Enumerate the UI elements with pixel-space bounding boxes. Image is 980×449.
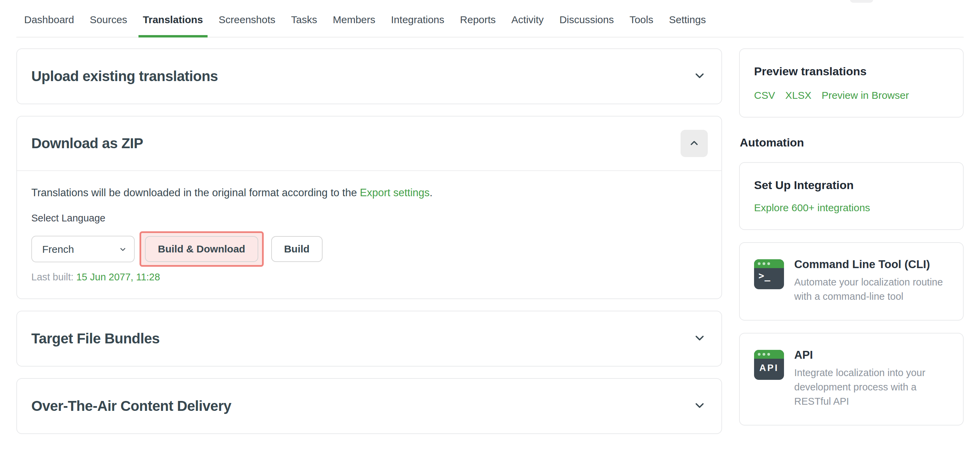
api-description: Integrate localization into your develop… <box>794 366 949 409</box>
download-description-period: . <box>430 187 433 199</box>
terminal-prompt-glyph: >_ <box>759 270 771 281</box>
api-window-icon: API <box>754 350 784 380</box>
api-icon-label: API <box>754 363 784 373</box>
nav-item-members[interactable]: Members <box>328 3 380 37</box>
preview-in-browser-link[interactable]: Preview in Browser <box>821 89 909 101</box>
cli-promo-text: Command Line Tool (CLI) Automate your lo… <box>794 258 949 304</box>
preview-translations-card: Preview translations CSV XLSX Preview in… <box>739 48 964 118</box>
api-promo-card[interactable]: API API Integrate localization into your… <box>739 333 964 425</box>
upload-translations-card-header[interactable]: Upload existing translations <box>16 48 722 104</box>
build-button[interactable]: Build <box>271 236 323 262</box>
terminal-icon: >_ <box>754 259 784 289</box>
last-built-status: Last built: 15 Jun 2077, 11:28 <box>31 272 707 283</box>
last-built-label: Last built: <box>31 272 73 283</box>
api-promo-text: API Integrate localization into your dev… <box>794 348 949 409</box>
chevron-up-icon <box>688 137 700 150</box>
automation-heading: Automation <box>740 136 964 149</box>
last-built-timestamp: 15 Jun 2077, 11:28 <box>76 272 160 283</box>
bundles-card-title: Target File Bundles <box>31 331 159 347</box>
annotation-highlight-box: Build & Download <box>140 231 264 267</box>
nav-item-discussions[interactable]: Discussions <box>555 3 618 37</box>
set-up-integration-card: Set Up Integration Explore 600+ integrat… <box>739 162 964 230</box>
chevron-down-icon <box>693 399 706 414</box>
download-card-title: Download as ZIP <box>31 135 143 152</box>
scrolled-out-element-remnant <box>850 0 873 3</box>
nav-item-settings[interactable]: Settings <box>665 3 710 37</box>
nav-item-tools[interactable]: Tools <box>625 3 658 37</box>
main-column: Upload existing translations Download as… <box>16 48 722 446</box>
collapse-section-button[interactable] <box>681 130 708 157</box>
preview-links-row: CSV XLSX Preview in Browser <box>754 89 949 101</box>
nav-item-activity[interactable]: Activity <box>507 3 548 37</box>
download-description-text: Translations will be downloaded in the o… <box>31 187 360 199</box>
build-and-download-button[interactable]: Build & Download <box>145 236 258 262</box>
language-select[interactable]: French <box>31 236 135 262</box>
api-title: API <box>794 348 949 361</box>
cli-description: Automate your localization routine with … <box>794 275 949 304</box>
build-controls-row: French Build & Download Build <box>31 231 707 267</box>
ota-content-delivery-card-header[interactable]: Over-The-Air Content Delivery <box>16 378 722 434</box>
explore-integrations-link[interactable]: Explore 600+ integrations <box>754 202 870 214</box>
csv-link[interactable]: CSV <box>754 89 775 101</box>
api-icon-titlebar <box>754 350 784 359</box>
nav-item-screenshots[interactable]: Screenshots <box>215 3 280 37</box>
cli-title: Command Line Tool (CLI) <box>794 258 949 271</box>
project-nav: Dashboard Sources Translations Screensho… <box>16 0 964 37</box>
terminal-icon-titlebar <box>754 259 784 268</box>
set-up-integration-title: Set Up Integration <box>754 179 949 192</box>
cli-promo-card[interactable]: >_ Command Line Tool (CLI) Automate your… <box>739 242 964 321</box>
download-as-zip-card: Download as ZIP Translations will be dow… <box>16 116 722 299</box>
target-file-bundles-card-header[interactable]: Target File Bundles <box>16 311 722 367</box>
download-description: Translations will be downloaded in the o… <box>31 187 707 199</box>
chevron-down-icon <box>693 331 706 346</box>
xlsx-link[interactable]: XLSX <box>785 89 811 101</box>
nav-item-sources[interactable]: Sources <box>86 3 132 37</box>
nav-item-translations[interactable]: Translations <box>138 3 208 37</box>
nav-item-reports[interactable]: Reports <box>456 3 500 37</box>
sidebar: Preview translations CSV XLSX Preview in… <box>739 48 964 446</box>
nav-item-integrations[interactable]: Integrations <box>387 3 449 37</box>
nav-item-dashboard[interactable]: Dashboard <box>20 3 79 37</box>
language-select-wrap: French <box>31 236 135 262</box>
upload-card-title: Upload existing translations <box>31 68 218 85</box>
ota-card-title: Over-The-Air Content Delivery <box>31 398 231 414</box>
chevron-down-icon <box>693 69 706 84</box>
preview-translations-title: Preview translations <box>754 65 949 78</box>
nav-item-tasks[interactable]: Tasks <box>286 3 321 37</box>
export-settings-link[interactable]: Export settings <box>360 187 430 199</box>
download-card-header: Download as ZIP <box>17 117 721 171</box>
select-language-label: Select Language <box>31 213 707 224</box>
download-card-body: Translations will be downloaded in the o… <box>17 171 721 299</box>
